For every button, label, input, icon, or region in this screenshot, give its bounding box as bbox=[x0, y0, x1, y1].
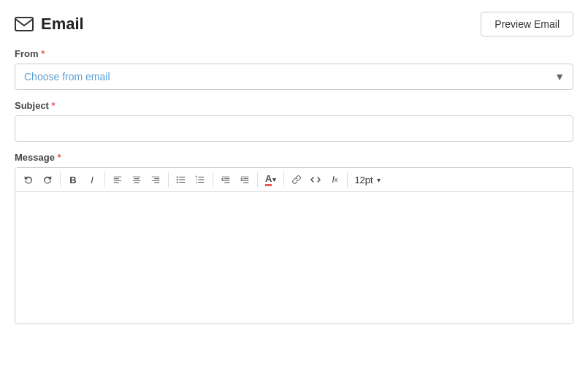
undo-button[interactable] bbox=[20, 171, 37, 188]
font-color-dropdown-arrow: ▾ bbox=[272, 176, 276, 183]
message-label: Message * bbox=[15, 152, 573, 163]
editor-toolbar: B I bbox=[15, 168, 573, 192]
svg-rect-0 bbox=[15, 18, 33, 31]
outdent-button[interactable] bbox=[217, 171, 234, 188]
divider-1 bbox=[60, 172, 61, 187]
font-size-dropdown-button[interactable]: ▾ bbox=[373, 171, 385, 188]
link-button[interactable] bbox=[288, 171, 305, 188]
from-select-wrapper: Choose from email ▼ bbox=[15, 64, 573, 90]
clear-format-button[interactable]: Ix bbox=[326, 171, 343, 188]
svg-point-1 bbox=[177, 176, 178, 177]
message-field-group: Message * B I bbox=[15, 152, 573, 324]
divider-4 bbox=[213, 172, 213, 187]
header-left: Email bbox=[15, 15, 84, 34]
from-select[interactable]: Choose from email bbox=[15, 64, 573, 90]
from-required-star: * bbox=[41, 48, 45, 59]
font-size-chevron-icon: ▾ bbox=[377, 176, 381, 184]
font-size-value: 12pt bbox=[354, 175, 373, 185]
unordered-list-button[interactable] bbox=[172, 171, 190, 188]
message-editor-body[interactable] bbox=[15, 192, 573, 324]
bold-button[interactable]: B bbox=[64, 171, 82, 188]
message-required-star: * bbox=[58, 152, 61, 163]
font-color-button[interactable]: A ▾ bbox=[261, 171, 280, 188]
align-left-button[interactable] bbox=[109, 171, 126, 188]
divider-5 bbox=[257, 172, 258, 187]
ordered-list-button[interactable] bbox=[191, 171, 209, 188]
divider-2 bbox=[104, 172, 105, 187]
font-color-label: A bbox=[265, 173, 272, 186]
from-field-group: From * Choose from email ▼ bbox=[15, 48, 573, 90]
message-editor: B I bbox=[15, 167, 573, 324]
subject-field-group: Subject * bbox=[15, 100, 573, 142]
from-label: From * bbox=[15, 48, 573, 59]
code-button[interactable] bbox=[307, 171, 324, 188]
font-size-wrapper: 12pt ▾ bbox=[354, 171, 384, 188]
divider-7 bbox=[347, 172, 348, 187]
italic-button[interactable]: I bbox=[83, 171, 101, 188]
svg-point-3 bbox=[177, 181, 178, 183]
align-right-button[interactable] bbox=[147, 171, 164, 188]
preview-email-button[interactable]: Preview Email bbox=[481, 12, 573, 37]
email-icon bbox=[15, 17, 34, 31]
subject-label: Subject * bbox=[15, 100, 573, 111]
redo-button[interactable] bbox=[39, 171, 56, 188]
divider-6 bbox=[283, 172, 284, 187]
divider-3 bbox=[168, 172, 169, 187]
subject-required-star: * bbox=[52, 100, 56, 111]
page-title: Email bbox=[41, 15, 84, 34]
svg-point-2 bbox=[177, 179, 178, 180]
align-center-button[interactable] bbox=[128, 171, 145, 188]
page-header: Email Preview Email bbox=[15, 12, 573, 37]
clear-format-x: x bbox=[335, 176, 338, 183]
subject-input[interactable] bbox=[15, 115, 573, 142]
indent-button[interactable] bbox=[236, 171, 253, 188]
